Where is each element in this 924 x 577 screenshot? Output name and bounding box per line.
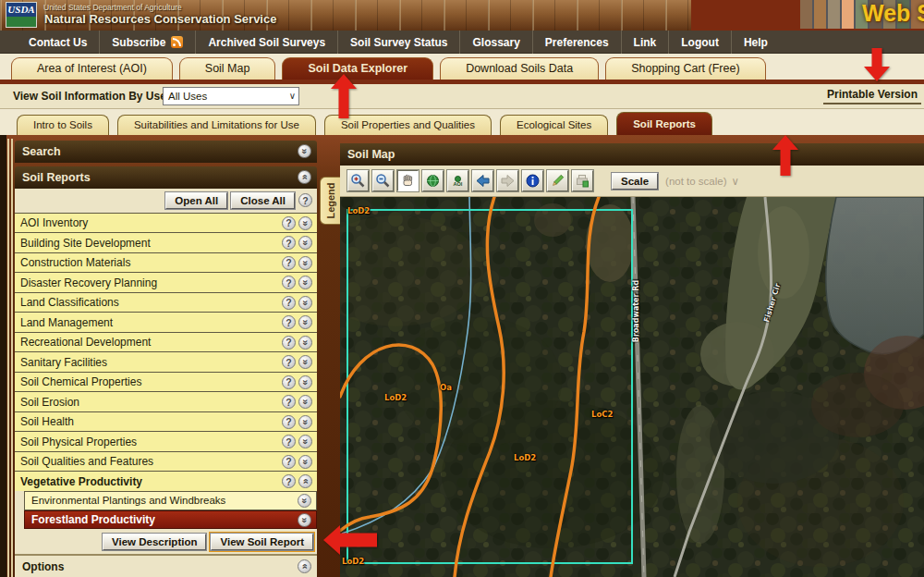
expand-chevron-icon[interactable]: » — [298, 216, 312, 230]
selected-report-label: Forestland Productivity — [31, 513, 298, 526]
help-icon[interactable]: ? — [282, 435, 296, 448]
help-icon[interactable]: ? — [282, 216, 296, 230]
report-group-row[interactable]: Recreational Development ? » — [15, 332, 317, 352]
nav-item[interactable]: Help — [731, 31, 780, 54]
explorer-subtab[interactable]: Suitabilities and Limitations for Use — [117, 115, 316, 135]
forward-arrow-icon-disabled[interactable] — [497, 170, 518, 191]
report-group-row[interactable]: Land Management ? » — [15, 312, 317, 332]
collapse-soil-reports-icon[interactable]: » — [298, 170, 311, 184]
report-group-row[interactable]: AOI Inventory ? » — [15, 213, 317, 233]
expand-chevron-icon[interactable]: » — [298, 336, 312, 350]
report-group-row[interactable]: Building Site Development ? » — [15, 232, 317, 252]
nav-item[interactable]: Contact Us — [17, 31, 99, 54]
nav-item[interactable]: Logout — [668, 31, 731, 54]
expand-chevron-icon[interactable]: » — [298, 435, 312, 448]
report-group-label: Soil Health — [20, 415, 282, 428]
report-group-row[interactable]: Vegetative Productivity ? » — [15, 471, 317, 491]
soil-reports-body: Open All Close All ? AOI Inventory ? » — [15, 189, 317, 577]
report-group-row[interactable]: Soil Erosion ? » — [15, 391, 317, 411]
view-soil-report-button[interactable]: View Soil Report — [211, 534, 313, 550]
expand-chevron-icon[interactable]: » — [298, 395, 312, 409]
main-tab[interactable]: Soil Map — [179, 57, 276, 80]
report-group-row[interactable]: Soil Health ? » — [15, 411, 317, 432]
expand-chevron-icon[interactable]: » — [298, 494, 311, 508]
help-icon[interactable]: ? — [282, 375, 296, 389]
explorer-subtab[interactable]: Soil Reports — [616, 112, 712, 135]
report-group-label: Land Management — [20, 316, 282, 329]
report-group-row[interactable]: Soil Qualities and Features ? » — [15, 451, 317, 472]
help-icon[interactable]: ? — [282, 276, 296, 289]
full-extent-globe-icon[interactable] — [422, 170, 444, 191]
help-icon[interactable]: ? — [282, 415, 296, 429]
close-all-button[interactable]: Close All — [231, 192, 295, 209]
printable-version-button[interactable]: Printable Version — [823, 87, 921, 104]
expand-chevron-icon[interactable]: » — [298, 474, 312, 488]
nav-item-label: Archived Soil Surveys — [208, 36, 325, 49]
help-icon[interactable]: ? — [282, 256, 296, 270]
report-subitem-environmental-plantings[interactable]: Environmental Plantings and Windbreaks » — [24, 491, 317, 510]
view-description-button[interactable]: View Description — [103, 534, 206, 550]
report-group-row[interactable]: Disaster Recovery Planning ? » — [15, 272, 317, 292]
arrow-to-view-soil-report-button — [323, 525, 377, 555]
nav-item[interactable]: Preferences — [532, 31, 621, 54]
help-icon[interactable]: ? — [282, 355, 296, 369]
zoom-to-aoi-icon[interactable]: AOI — [447, 170, 468, 191]
main-tab[interactable]: Shopping Cart (Free) — [605, 57, 765, 80]
expand-chevron-icon[interactable]: » — [298, 315, 312, 329]
soil-reports-section-header[interactable]: Soil Reports » — [15, 166, 317, 189]
main-tab[interactable]: Download Soils Data — [440, 57, 599, 80]
expand-chevron-icon[interactable]: » — [298, 513, 311, 527]
explorer-subtab[interactable]: Ecological Sites — [500, 115, 608, 135]
report-group-row[interactable]: Construction Materials ? » — [15, 252, 317, 273]
scale-select-disabled[interactable]: (not to scale) ∨ — [665, 175, 739, 188]
help-icon[interactable]: ? — [282, 336, 296, 350]
report-group-row[interactable]: Sanitary Facilities ? » — [15, 351, 317, 372]
nav-item[interactable]: Archived Soil Surveys — [195, 31, 337, 54]
collapse-search-icon[interactable]: » — [298, 144, 311, 158]
expand-chevron-icon[interactable]: » — [298, 375, 312, 389]
report-group-row[interactable]: Land Classifications ? » — [15, 292, 317, 313]
report-group-row[interactable]: Soil Chemical Properties ? » — [15, 372, 317, 392]
zoom-in-icon[interactable] — [347, 170, 369, 191]
help-icon[interactable]: ? — [282, 395, 296, 409]
explorer-subtab[interactable]: Intro to Soils — [17, 115, 109, 135]
zoom-out-icon[interactable] — [372, 170, 394, 191]
help-icon[interactable]: ? — [282, 315, 296, 329]
main-tab[interactable]: Area of Interest (AOI) — [11, 57, 173, 80]
main-tab[interactable]: Soil Data Explorer — [282, 57, 433, 80]
nav-item[interactable]: Glossary — [459, 31, 531, 54]
identify-info-icon[interactable] — [522, 170, 543, 191]
soil-map-viewport[interactable]: LoD2LoD2OaLoD2LoC2LoD2 Broadwater RdFish… — [340, 197, 924, 577]
search-section-header[interactable]: Search » — [15, 141, 317, 163]
expand-chevron-icon[interactable]: » — [298, 296, 312, 310]
usda-logo[interactable]: USDA — [6, 2, 37, 28]
nav-item[interactable]: Link — [621, 31, 669, 54]
site-header: USDA United States Department of Agricul… — [0, 0, 924, 31]
use-select[interactable]: All Uses ∨ — [163, 87, 299, 105]
expand-chevron-icon[interactable]: » — [298, 415, 312, 429]
expand-chevron-icon[interactable]: » — [298, 276, 312, 289]
help-icon[interactable]: ? — [282, 296, 296, 310]
collapse-options-icon[interactable]: » — [298, 559, 311, 573]
measure-icon[interactable] — [547, 170, 568, 191]
help-icon[interactable]: ? — [282, 455, 296, 469]
use-select-value: All Uses — [168, 91, 207, 102]
help-icon[interactable]: ? — [282, 236, 296, 250]
nav-item[interactable]: Soil Survey Status — [337, 31, 459, 54]
pan-hand-icon[interactable] — [397, 170, 419, 191]
report-subitem-forestland-productivity[interactable]: Forestland Productivity » — [24, 510, 317, 530]
expand-chevron-icon[interactable]: » — [298, 256, 312, 270]
help-icon[interactable]: ? — [298, 193, 312, 207]
report-group-row[interactable]: Soil Physical Properties ? » — [15, 431, 317, 451]
expand-chevron-icon[interactable]: » — [298, 455, 312, 469]
help-icon[interactable]: ? — [282, 474, 296, 488]
print-export-icon[interactable] — [572, 170, 593, 191]
scale-button[interactable]: Scale — [612, 173, 658, 190]
legend-tab[interactable]: Legend — [320, 177, 340, 225]
open-all-button[interactable]: Open All — [165, 192, 227, 209]
back-arrow-icon[interactable] — [472, 170, 493, 191]
nav-item[interactable]: Subscribe — [99, 31, 195, 54]
options-section-header[interactable]: Options » — [15, 554, 317, 577]
expand-chevron-icon[interactable]: » — [298, 355, 312, 369]
expand-chevron-icon[interactable]: » — [298, 236, 312, 250]
